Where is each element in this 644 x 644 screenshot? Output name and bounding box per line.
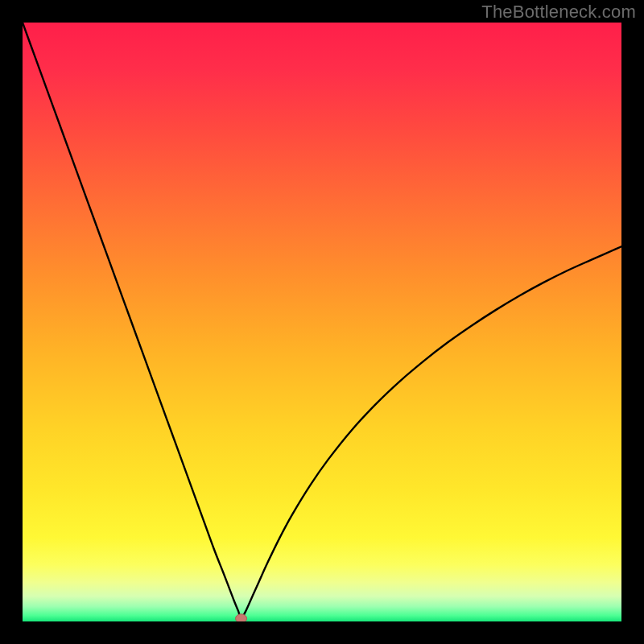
chart-frame: TheBottleneck.com [0,0,644,644]
gradient-background [23,23,621,621]
optimum-marker [236,614,247,621]
bottleneck-chart [23,23,621,621]
plot-area [23,23,621,621]
watermark-label: TheBottleneck.com [481,2,636,23]
